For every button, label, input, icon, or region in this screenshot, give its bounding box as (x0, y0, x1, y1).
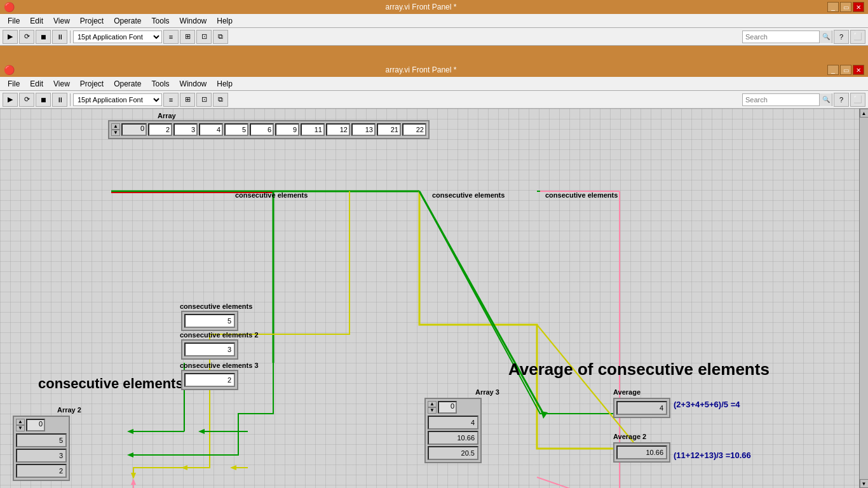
menu-operate-2[interactable]: Operate (109, 78, 146, 90)
menu-project-1[interactable]: Project (75, 15, 109, 27)
array3-cell-0[interactable]: 4 (428, 416, 478, 430)
font-select-2[interactable]: 15pt Application Font (73, 93, 162, 106)
array-index-value[interactable]: 0 (121, 123, 147, 136)
icon-btn-1[interactable]: ⬜ (850, 30, 865, 44)
pause-btn-2[interactable]: ⏸ (52, 93, 67, 107)
help-btn-1[interactable]: ? (834, 30, 849, 44)
restore-btn-2[interactable]: ▭ (840, 65, 851, 75)
icon-btn-2[interactable]: ⬜ (850, 93, 865, 107)
array2-spinner[interactable]: ▲ ▼ (16, 419, 25, 431)
menu-view-2[interactable]: View (48, 78, 75, 90)
menu-tools-1[interactable]: Tools (147, 15, 175, 27)
avg2-box: 10.66 (613, 442, 670, 463)
array3-down[interactable]: ▼ (428, 407, 437, 414)
svg-marker-13 (131, 473, 136, 479)
array3-spinner[interactable]: ▲ ▼ (428, 401, 437, 414)
minimize-btn-1[interactable]: _ (827, 2, 839, 12)
menu-window-1[interactable]: Window (175, 15, 212, 27)
array-cell-9[interactable]: 21 (377, 123, 401, 136)
abort-btn-1[interactable]: ⏹ (36, 30, 51, 44)
svg-marker-12 (127, 452, 133, 458)
scrollbar-right[interactable]: ▲ ▼ (859, 109, 868, 488)
array2-up[interactable]: ▲ (16, 419, 25, 425)
menu-bar-2: File Edit View Project Operate Tools Win… (0, 77, 868, 91)
ce-box-1: 5 (181, 311, 238, 331)
array2-control: ▲ ▼ 0 5 3 2 (13, 416, 70, 481)
run-btn-1[interactable]: ▶ (3, 30, 18, 44)
menu-help-2[interactable]: Help (212, 78, 238, 90)
menu-tools-2[interactable]: Tools (147, 78, 175, 90)
array3-cell-1[interactable]: 10.66 (428, 431, 478, 445)
help-btn-2[interactable]: ? (834, 93, 849, 107)
ce-val-3[interactable]: 2 (184, 373, 235, 387)
toolbar-2: ▶ ⟳ ⏹ ⏸ 15pt Application Font ≡ ⊞ ⊡ ⧉ 🔍 … (0, 91, 868, 109)
ce-box-3: 2 (181, 370, 238, 390)
array-cell-6[interactable]: 11 (301, 123, 325, 136)
array3-index[interactable]: 0 (438, 401, 457, 414)
ce-val-2[interactable]: 3 (184, 342, 235, 356)
array-index-spinner[interactable]: ▲ ▼ (111, 123, 120, 136)
array-cell-7[interactable]: 12 (326, 123, 350, 136)
dist-btn-2[interactable]: ⊞ (180, 93, 195, 107)
reorder-btn-1[interactable]: ⧉ (213, 30, 228, 44)
array3-up[interactable]: ▲ (428, 401, 437, 407)
search-input-1[interactable] (743, 33, 819, 41)
align-btn-1[interactable]: ≡ (163, 30, 179, 44)
menu-view-1[interactable]: View (48, 15, 75, 27)
array-index-down[interactable]: ▼ (111, 130, 120, 136)
array-cell-0[interactable]: 2 (148, 123, 172, 136)
scroll-down-btn[interactable]: ▼ (860, 479, 869, 488)
resize-btn-2[interactable]: ⊡ (196, 93, 212, 107)
menu-file-1[interactable]: File (3, 15, 25, 27)
ce-mid-label: consecutive elements 2 (180, 331, 259, 339)
menu-operate-1[interactable]: Operate (109, 15, 146, 27)
run-cont-btn-1[interactable]: ⟳ (19, 30, 34, 44)
scroll-up-btn[interactable]: ▲ (860, 109, 869, 118)
menu-help-1[interactable]: Help (212, 15, 238, 27)
menu-edit-1[interactable]: Edit (25, 15, 48, 27)
sep1-2 (70, 93, 71, 106)
formula1: (2+3+4+5+6)/5 =4 (674, 400, 740, 409)
abort-btn-2[interactable]: ⏹ (36, 93, 51, 107)
array-cell-10[interactable]: 22 (402, 123, 426, 136)
close-btn-1[interactable]: ✕ (853, 2, 864, 12)
array2-cell-0[interactable]: 5 (16, 433, 67, 447)
array-cell-4[interactable]: 6 (250, 123, 274, 136)
search-icon-1[interactable]: 🔍 (819, 30, 832, 43)
array2-cell-1[interactable]: 3 (16, 449, 67, 463)
run-btn-2[interactable]: ▶ (3, 93, 18, 107)
search-container-1: 🔍 (742, 30, 832, 43)
pause-btn-1[interactable]: ⏸ (52, 30, 67, 44)
menu-project-2[interactable]: Project (75, 78, 109, 90)
ce-val-1[interactable]: 5 (184, 314, 235, 328)
reorder-btn-2[interactable]: ⧉ (213, 93, 228, 107)
array2-down[interactable]: ▼ (16, 425, 25, 431)
large-text-average: Average of consecutive elements (508, 360, 770, 379)
ce-array-top: consecutive elements (235, 191, 308, 199)
large-text-consecutive: consecutive elements (38, 376, 184, 392)
search-input-2[interactable] (743, 96, 819, 104)
run-cont-btn-2[interactable]: ⟳ (19, 93, 34, 107)
svg-line-7 (419, 191, 543, 414)
font-select-1[interactable]: 15pt Application Font (73, 30, 162, 43)
array-cell-3[interactable]: 5 (224, 123, 248, 136)
array-cell-8[interactable]: 13 (351, 123, 376, 136)
restore-btn-1[interactable]: ▭ (840, 2, 851, 12)
dist-btn-1[interactable]: ⊞ (180, 30, 195, 44)
array3-cell-2[interactable]: 20.5 (428, 446, 478, 460)
minimize-btn-2[interactable]: _ (827, 65, 839, 75)
close-btn-2[interactable]: ✕ (853, 65, 864, 75)
array2-cell-2[interactable]: 2 (16, 464, 67, 478)
menu-window-2[interactable]: Window (175, 78, 212, 90)
array-cell-1[interactable]: 3 (173, 123, 198, 136)
array-cell-2[interactable]: 4 (199, 123, 223, 136)
menu-file-2[interactable]: File (3, 78, 25, 90)
align-btn-2[interactable]: ≡ (163, 93, 179, 107)
array-cell-5[interactable]: 9 (275, 123, 299, 136)
search-icon-2[interactable]: 🔍 (819, 93, 832, 106)
array-index-up[interactable]: ▲ (111, 123, 120, 130)
menu-edit-2[interactable]: Edit (25, 78, 48, 90)
title-bar-2: 🔴 array.vi Front Panel * _ ▭ ✕ (0, 63, 868, 77)
array2-index[interactable]: 0 (26, 419, 45, 431)
resize-btn-1[interactable]: ⊡ (196, 30, 212, 44)
